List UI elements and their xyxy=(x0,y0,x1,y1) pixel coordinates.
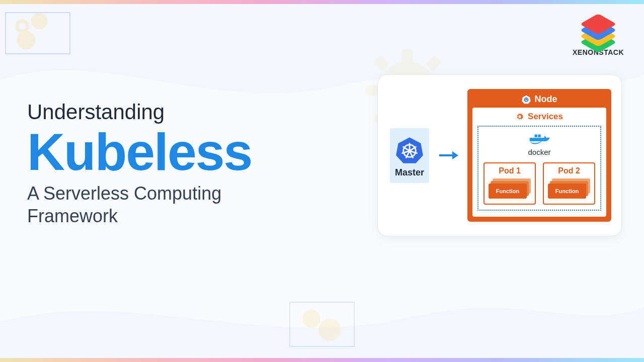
svg-point-1 xyxy=(31,13,47,29)
gear-corner-decoration xyxy=(5,12,70,54)
services-label: Services xyxy=(528,112,563,122)
function-stack-2: Function xyxy=(548,178,590,199)
svg-point-2 xyxy=(17,31,35,49)
stack-icon xyxy=(580,14,616,45)
docker-icon xyxy=(528,132,550,147)
architecture-diagram-card: Master Node Services xyxy=(377,74,622,236)
node-label: Node xyxy=(535,94,557,105)
services-title: Services xyxy=(477,112,601,122)
brand-logo: XENONSTACK xyxy=(573,14,624,56)
pod-1-title: Pod 1 xyxy=(499,166,521,175)
services-inner-box: docker Pod 1 Function Pod 2 xyxy=(477,126,601,211)
top-gradient-bar xyxy=(0,0,644,4)
function-stack-1: Function xyxy=(489,178,531,199)
svg-point-14 xyxy=(302,310,320,328)
pod-1-box: Pod 1 Function xyxy=(484,162,536,205)
svg-rect-36 xyxy=(534,134,537,137)
pod-2-title: Pod 2 xyxy=(558,166,580,175)
function-label-1: Function xyxy=(489,184,527,199)
docker-block: docker xyxy=(528,132,551,156)
docker-label: docker xyxy=(528,148,551,156)
svg-rect-4 xyxy=(402,49,413,63)
node-title: Node xyxy=(472,94,606,108)
svg-point-15 xyxy=(318,319,341,341)
master-label: Master xyxy=(395,167,424,178)
hero-line3a: A Serverless Computing xyxy=(27,183,221,204)
arrow-icon xyxy=(438,149,458,161)
bottom-gradient-bar xyxy=(0,358,644,362)
hero-line2: Kubeless xyxy=(27,126,329,178)
hero-line3b: Framework xyxy=(27,206,118,226)
function-label-2: Function xyxy=(548,184,586,199)
node-box: Node Services xyxy=(467,89,611,222)
svg-rect-8 xyxy=(373,55,389,71)
hero-line1: Understanding xyxy=(27,101,329,124)
svg-rect-9 xyxy=(426,55,442,71)
hero-line3: A Serverless Computing Framework xyxy=(27,182,329,227)
svg-point-25 xyxy=(408,149,412,152)
pods-row: Pod 1 Function Pod 2 Function xyxy=(484,162,595,205)
svg-marker-27 xyxy=(452,151,458,159)
master-box: Master xyxy=(390,128,429,183)
gear-icon xyxy=(516,113,524,121)
hero-text: Understanding Kubeless A Serverless Comp… xyxy=(27,101,329,227)
kubernetes-icon xyxy=(395,136,424,164)
pod-2-box: Pod 2 Function xyxy=(543,162,595,205)
gear-bottom-decoration xyxy=(289,302,355,347)
svg-rect-37 xyxy=(538,134,540,137)
kubernetes-small-icon xyxy=(522,95,531,104)
services-box: Services docke xyxy=(472,108,606,217)
